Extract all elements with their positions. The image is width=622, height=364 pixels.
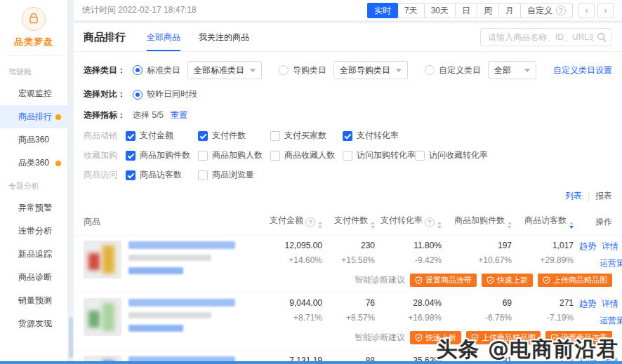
row-metrics-area: 9,044.00+8.71%76+8.57%28.04%+16.98%69-6.… xyxy=(259,298,612,344)
metric-checkbox-商品访客数[interactable]: 商品访客数 xyxy=(126,169,198,181)
sidebar-item-连带分析[interactable]: 连带分析 xyxy=(0,220,67,243)
metric-option-label: 支付买家数 xyxy=(284,130,326,142)
column-header-商品: 商品 xyxy=(84,216,259,228)
suggestion-line: 智能诊断建议快速上新上传商品精品图设置商品连带 xyxy=(259,331,612,344)
metric-checkbox-支付买家数[interactable]: 支付买家数 xyxy=(270,130,343,142)
sidebar-item-销量预测[interactable]: 销量预测 xyxy=(0,289,67,312)
metric-checkbox-商品浏览量[interactable]: 商品浏览量 xyxy=(198,169,270,181)
view-switch-divider: | xyxy=(588,191,590,201)
metric-option-label: 商品收藏人数 xyxy=(284,149,335,161)
checkbox-icon xyxy=(270,131,280,141)
column-header-支付金额[interactable]: 支付金额? xyxy=(259,215,322,229)
custom-category-settings-link[interactable]: 自定义类目设置 xyxy=(553,65,612,76)
sidebar-item-异常预警[interactable]: 异常预警 xyxy=(0,196,67,220)
action-link-趋势[interactable]: 趋势 xyxy=(579,241,596,251)
suggestion-button-设置商品连带[interactable]: 设置商品连带 xyxy=(410,274,477,287)
sidebar-item-label: 新品追踪 xyxy=(18,249,52,259)
range-button-7天[interactable]: 7天 xyxy=(397,3,425,18)
card-header: 商品排行 全部商品我关注的商品 xyxy=(74,23,622,52)
category-select-标准类目[interactable]: 全部标准类目 xyxy=(187,61,262,79)
metric-cell: 76+8.57% xyxy=(322,298,375,327)
metric-group-商品动销: 商品动销支付金额支付件数支付买家数支付转化率 xyxy=(84,130,612,142)
suggestion-button-快速上新[interactable]: 快速上新 xyxy=(410,331,461,344)
search-input[interactable] xyxy=(480,28,612,46)
metric-delta: +15.58% xyxy=(322,255,375,265)
metric-checkbox-商品收藏人数[interactable]: 商品收藏人数 xyxy=(270,149,343,161)
metric-checkbox-支付件数[interactable]: 支付件数 xyxy=(198,130,270,142)
prev-range-button[interactable]: ‹ xyxy=(578,3,595,18)
metric-value: 11.80% xyxy=(375,241,442,250)
product-cell[interactable] xyxy=(84,241,259,287)
sidebar-item-货源发现[interactable]: 货源发现 xyxy=(0,312,67,335)
category-filter-label: 选择类目： xyxy=(84,65,126,76)
column-header-label: 操作 xyxy=(595,217,612,227)
sidebar-item-新品追踪[interactable]: 新品追踪 xyxy=(0,243,67,266)
metric-checkbox-访问加购转化率[interactable]: 访问加购转化率 xyxy=(343,149,415,161)
metric-delta: +10.67% xyxy=(442,255,512,265)
product-image xyxy=(84,298,121,336)
column-header-商品加购件数[interactable]: 商品加购件数 xyxy=(442,215,512,229)
category-select-导购类目[interactable]: 全部导购类目 xyxy=(333,61,408,79)
reset-metrics-link[interactable]: 重置 xyxy=(171,109,187,121)
compare-option-radio[interactable]: 较昨日同时段 xyxy=(133,88,197,100)
search-icon[interactable] xyxy=(597,32,607,42)
metric-filter-label: 选择指标： xyxy=(84,109,126,121)
sidebar-item-品类360[interactable]: 品类360 xyxy=(0,151,67,175)
range-button-月[interactable]: 月 xyxy=(498,3,521,18)
metric-checkbox-访问收藏转化率[interactable]: 访问收藏转化率 xyxy=(415,149,487,161)
category-radio-标准类目[interactable]: 标准类目 xyxy=(133,65,180,76)
suggestion-button-快速上新[interactable]: 快速上新 xyxy=(482,274,533,287)
table-row: 9,044.00+8.71%76+8.57%28.04%+16.98%69-6.… xyxy=(74,292,622,350)
compare-option-label: 较昨日同时段 xyxy=(147,88,197,100)
product-cell[interactable] xyxy=(84,298,259,344)
metric-option-label: 访问收藏转化率 xyxy=(429,149,488,161)
sidebar-item-商品360[interactable]: 商品360 xyxy=(0,128,67,151)
next-range-button[interactable]: › xyxy=(597,3,614,18)
blurred-subtitle-line xyxy=(128,255,211,261)
range-button-实时[interactable]: 实时 xyxy=(367,3,398,18)
metric-checkbox-商品加购件数[interactable]: 商品加购件数 xyxy=(126,149,198,161)
tab-全部商品[interactable]: 全部商品 xyxy=(147,23,180,51)
scrollbar-thumb[interactable] xyxy=(69,317,73,358)
metric-checkbox-支付金额[interactable]: 支付金额 xyxy=(126,130,198,142)
notification-dot-icon xyxy=(55,114,61,120)
column-header-label: 商品访客数 xyxy=(524,215,567,225)
suggestion-button-label: 快速上新 xyxy=(425,332,456,343)
range-button-30天[interactable]: 30天 xyxy=(424,3,456,18)
table-header: 商品支付金额?支付件数支付转化率?商品加购件数商品访客数操作 xyxy=(74,208,622,235)
category-radio-导购类目[interactable]: 导购类目 xyxy=(279,65,326,76)
metric-cell: 1,017+29.89% xyxy=(512,241,574,269)
metric-checkbox-支付转化率[interactable]: 支付转化率 xyxy=(343,130,415,142)
report-view-link[interactable]: 报表 xyxy=(595,190,612,202)
category-radio-自定义类目[interactable]: 自定义类目 xyxy=(425,65,481,76)
metric-checkbox-商品加购人数[interactable]: 商品加购人数 xyxy=(198,149,270,161)
suggestion-button-设置商品连带[interactable]: 设置商品连带 xyxy=(545,331,612,344)
category-select-自定义类目[interactable]: 全部 xyxy=(488,61,536,79)
range-button-周[interactable]: 周 xyxy=(477,3,499,18)
column-header-支付转化率[interactable]: 支付转化率? xyxy=(375,215,442,229)
sidebar-item-商品诊断[interactable]: 商品诊断 xyxy=(0,266,67,289)
list-view-link[interactable]: 列表 xyxy=(565,190,582,202)
action-link-详情[interactable]: 详情 xyxy=(602,241,618,251)
strategy-dropdown[interactable]: 运营策略 xyxy=(574,315,622,327)
metric-option-label: 支付转化率 xyxy=(357,130,399,142)
category-filter-row: 选择类目： 标准类目全部标准类目导购类目全部导购类目自定义类目全部自定义类目设置 xyxy=(84,61,612,79)
sidebar-item-商品排行[interactable]: 商品排行 xyxy=(0,105,67,128)
suggestion-button-上传商品精品图[interactable]: 上传商品精品图 xyxy=(538,274,612,287)
sidebar-item-宏观监控[interactable]: 宏观监控 xyxy=(0,82,67,105)
action-link-趋势[interactable]: 趋势 xyxy=(579,299,596,309)
metric-groups: 商品动销支付金额支付件数支付买家数支付转化率收藏加购商品加购件数商品加购人数商品… xyxy=(84,130,612,181)
sidebar-item-label: 商品排行 xyxy=(18,112,52,121)
strategy-dropdown[interactable]: 运营策略 xyxy=(574,257,622,269)
sidebar: 品类罗盘 驾驶舱宏观监控商品排行商品360品类360专题分析异常预警连带分析新品… xyxy=(0,0,68,364)
tab-bar: 全部商品我关注的商品 xyxy=(147,23,249,51)
column-header-支付件数[interactable]: 支付件数 xyxy=(322,215,375,229)
tab-我关注的商品[interactable]: 我关注的商品 xyxy=(199,23,249,51)
metric-option-label: 支付件数 xyxy=(212,130,246,142)
action-link-详情[interactable]: 详情 xyxy=(602,299,618,309)
range-button-日[interactable]: 日 xyxy=(455,3,477,18)
checkbox-icon xyxy=(343,151,352,161)
column-header-商品访客数[interactable]: 商品访客数 xyxy=(512,215,574,229)
range-button-自定义[interactable]: 自定义? xyxy=(520,3,573,18)
suggestion-button-上传商品精品图[interactable]: 上传商品精品图 xyxy=(466,331,541,344)
